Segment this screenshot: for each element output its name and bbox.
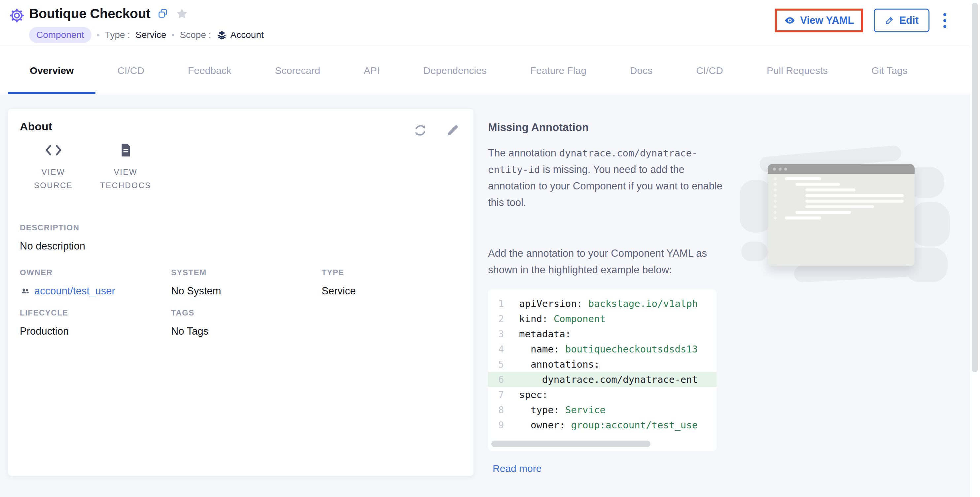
line-number: 2 [488,313,504,324]
field-description: DESCRIPTION No description [20,223,85,252]
header-actions: View YAML Edit [775,9,950,32]
field-label: SYSTEM [171,268,221,277]
view-source-label: VIEW SOURCE [26,166,81,192]
field-label: DESCRIPTION [20,223,85,232]
entity-meta-row: Component • Type : Service • Scope : Acc… [29,27,264,43]
page-title: Boutique Checkout [29,6,150,21]
view-source-link[interactable]: VIEW SOURCE [21,143,86,192]
tab-feedback[interactable]: Feedback [166,48,253,94]
read-more-link[interactable]: Read more [493,463,541,474]
browser-window-graphic [768,164,915,266]
view-techdocs-link[interactable]: VIEW TECHDOCS [94,143,158,192]
code-line: 6 dynatrace.com/dynatrace-ent [488,372,716,387]
about-card: About [8,109,474,476]
field-value: No System [171,285,221,297]
code-lines: 1apiVersion: backstage.io/v1alph2kind: C… [488,296,716,433]
code-text: apiVersion: backstage.io/v1alph [504,298,698,309]
scope-group: Account [216,30,264,40]
line-number: 5 [488,359,504,370]
kind-badge: Component [29,27,91,43]
yaml-code-block: 1apiVersion: backstage.io/v1alph2kind: C… [488,289,716,451]
code-text: type: Service [504,404,606,416]
field-owner: OWNER account/test_user [20,268,115,297]
view-techdocs-label: VIEW TECHDOCS [99,166,153,192]
code-line: 1apiVersion: backstage.io/v1alph [488,296,716,311]
code-line: 3metadata: [488,326,716,341]
code-icon [44,143,63,158]
code-line: 2kind: Component [488,311,716,326]
eye-icon [784,15,795,26]
scribble-shape [910,202,950,246]
edit-label: Edit [899,14,919,26]
line-number: 3 [488,329,504,340]
field-label: TYPE [321,268,356,277]
field-label: LIFECYCLE [20,308,69,318]
page-header: Boutique Checkout Component • Type : Ser… [0,0,980,47]
line-number: 8 [488,405,504,416]
code-text: dynatrace.com/dynatrace-ent [504,374,698,385]
field-value: No Tags [171,326,208,337]
type-label: Type : [105,30,130,40]
tab-pull-requests[interactable]: Pull Requests [745,48,850,94]
tab-dependencies[interactable]: Dependencies [401,48,509,94]
about-card-title: About [20,120,52,133]
type-value: Service [135,30,166,40]
tab-git-tags[interactable]: Git Tags [850,48,929,94]
tab-ci-cd[interactable]: CI/CD [95,48,166,94]
code-text: owner: group:account/test_use [504,419,698,431]
edit-about-pencil-icon[interactable] [446,124,460,137]
annotation-paragraph: The annotation dynatrace.com/dynatrace-e… [488,145,724,211]
field-value: Service [321,285,356,297]
field-label: OWNER [20,268,115,277]
tab-overview[interactable]: Overview [8,48,95,94]
owner-link-label: account/test_user [34,285,115,297]
content-area: About [0,94,980,497]
copy-name-icon[interactable] [158,8,168,19]
code-line: 8 type: Service [488,402,716,418]
annotation-text: The annotation [488,147,559,159]
field-tags: TAGS No Tags [171,308,208,337]
line-number: 9 [488,420,504,431]
refresh-icon[interactable] [414,124,427,137]
field-label: TAGS [171,308,208,318]
field-value: No description [20,240,85,252]
field-lifecycle: LIFECYCLE Production [20,308,69,337]
annotation-instruction: Add the annotation to your Component YAM… [488,245,724,278]
tab-docs[interactable]: Docs [608,48,674,94]
code-line: 9 owner: group:account/test_use [488,418,716,433]
favorite-star-icon[interactable] [175,7,189,20]
scope-label: Scope : [180,30,211,40]
edit-button[interactable]: Edit [874,9,929,32]
code-text: spec: [504,389,548,400]
field-value: Production [20,326,69,337]
view-yaml-label: View YAML [800,14,854,26]
more-options-kebab-icon[interactable] [940,11,950,31]
component-gear-icon [9,8,24,23]
tab-bar: OverviewCI/CDFeedbackScorecardAPIDepende… [0,48,980,94]
code-line: 7spec: [488,387,716,402]
view-yaml-button[interactable]: View YAML [784,14,854,26]
field-system: SYSTEM No System [171,268,221,297]
group-people-icon [20,286,30,296]
tab-api[interactable]: API [342,48,401,94]
vertical-scrollbar[interactable] [972,3,978,372]
docs-icon [118,143,134,158]
pencil-icon [885,16,894,25]
tab-feature-flag[interactable]: Feature Flag [509,48,608,94]
title-row: Boutique Checkout [29,4,189,23]
scrollbar-gutter [970,0,980,497]
owner-link[interactable]: account/test_user [20,285,115,297]
tab-ci-cd[interactable]: CI/CD [674,48,745,94]
line-number: 4 [488,344,504,355]
code-text: name: boutiquecheckoutsdsds13 [504,343,698,355]
scribble-shape [741,241,768,261]
tab-scorecard[interactable]: Scorecard [253,48,342,94]
separator-dot: • [172,30,175,40]
code-line: 4 name: boutiquecheckoutsdsds13 [488,341,716,357]
about-links: VIEW SOURCE VIEW TECHDOCS [21,143,158,192]
line-number: 6 [488,374,504,385]
view-yaml-highlight-box: View YAML [775,9,863,32]
separator-dot: • [97,30,100,40]
account-layers-icon [216,30,227,40]
code-horizontal-scrollbar[interactable] [491,441,651,447]
